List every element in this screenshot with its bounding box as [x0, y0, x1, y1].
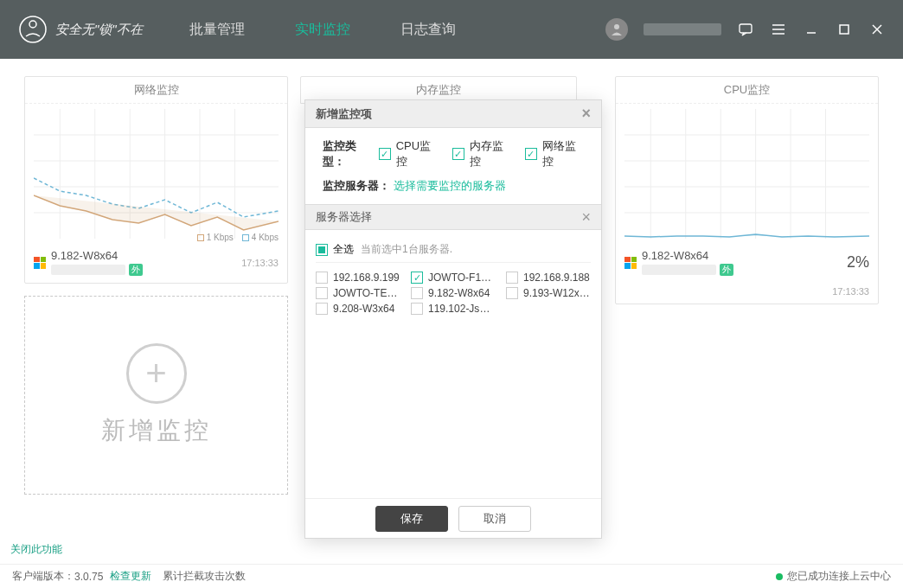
- server-item[interactable]: 119.102-Jspst...: [411, 303, 496, 315]
- server-item[interactable]: JOWTO-TEST9...: [316, 287, 400, 299]
- cancel-button[interactable]: 取消: [458, 506, 531, 532]
- type-label: 监控类型：: [323, 138, 375, 169]
- cloud-status: 您已成功连接上云中心: [787, 569, 891, 584]
- network-host: 9.182-W8x64: [51, 249, 143, 262]
- server-select-header: 服务器选择 ×: [305, 204, 601, 230]
- svg-rect-3: [740, 24, 752, 33]
- save-button[interactable]: 保存: [375, 506, 448, 532]
- server-item[interactable]: JOWTO-F1348...: [411, 272, 496, 284]
- tab-monitor[interactable]: 实时监控: [274, 14, 371, 46]
- chk-memory[interactable]: [452, 148, 464, 160]
- status-dot-icon: [776, 573, 783, 580]
- cpu-panel-title: CPU监控: [616, 77, 878, 104]
- chat-icon[interactable]: [737, 21, 754, 38]
- app-logo-icon: [17, 14, 48, 45]
- ip-blur: [51, 265, 125, 275]
- tab-batch[interactable]: 批量管理: [169, 14, 266, 46]
- server-item[interactable]: 192.168.9.199: [316, 272, 400, 284]
- network-panel-title: 网络监控: [25, 77, 287, 104]
- close-window-icon[interactable]: [868, 21, 886, 38]
- close-feature-link[interactable]: 关闭此功能: [10, 542, 62, 557]
- select-hint: 当前选中1台服务器.: [361, 242, 452, 257]
- logo-area: 安全无"锁"不在: [17, 14, 143, 45]
- add-monitor-modal: 新增监控项 × 监控类型： CPU监控 内存监控 网络监控 监控服务器： 选择需…: [304, 99, 602, 539]
- cpu-time: 17:13:33: [832, 286, 869, 297]
- chk-cpu[interactable]: [379, 148, 391, 160]
- network-chart: 1 Kbps 4 Kbps: [25, 104, 287, 244]
- user-name: [644, 23, 721, 35]
- nav-tabs: 批量管理 实时监控 日志查询: [169, 14, 477, 46]
- title-bar: 安全无"锁"不在 批量管理 实时监控 日志查询: [0, 0, 903, 59]
- select-server-link[interactable]: 选择需要监控的服务器: [394, 178, 506, 194]
- app-slogan: 安全无"锁"不在: [55, 22, 143, 38]
- network-panel: 网络监控 1 Kbps 4 Kbps: [24, 76, 288, 284]
- svg-point-2: [614, 24, 619, 29]
- minimize-icon[interactable]: [803, 21, 820, 38]
- user-avatar-icon[interactable]: [605, 18, 628, 41]
- version-label: 客户端版本：: [12, 569, 74, 584]
- maximize-icon[interactable]: [836, 21, 853, 38]
- server-grid: 192.168.9.199 JOWTO-F1348... 192.168.9.1…: [316, 263, 591, 315]
- tab-logs[interactable]: 日志查询: [380, 14, 477, 46]
- modal-title: 新增监控项: [316, 106, 372, 122]
- cpu-chart: [616, 104, 878, 244]
- chk-network[interactable]: [525, 148, 537, 160]
- cpu-host: 9.182-W8x64: [642, 249, 733, 262]
- ext-badge: 外: [720, 264, 733, 276]
- ext-badge: 外: [129, 264, 143, 276]
- version-value: 3.0.75: [74, 571, 103, 583]
- cpu-value: 2%: [847, 253, 869, 272]
- check-update-link[interactable]: 检查更新: [110, 569, 151, 584]
- network-time: 17:13:33: [241, 258, 279, 268]
- svg-rect-8: [840, 25, 849, 34]
- windows-icon: [624, 257, 637, 269]
- add-monitor-label: 新增监控: [101, 414, 212, 447]
- add-icon: +: [126, 343, 187, 404]
- chk-select-all[interactable]: [316, 244, 328, 256]
- menu-icon[interactable]: [770, 21, 787, 38]
- cpu-panel: CPU监控 9.182-W8x64 外: [615, 76, 879, 304]
- ip-blur: [642, 265, 716, 275]
- modal-close-icon[interactable]: ×: [581, 105, 591, 123]
- server-item[interactable]: 9.193-W12x64: [506, 287, 591, 299]
- server-select-close-icon[interactable]: ×: [581, 208, 591, 227]
- server-item[interactable]: 192.168.9.188: [506, 272, 591, 284]
- svg-point-1: [29, 21, 36, 28]
- server-label: 监控服务器：: [323, 178, 390, 194]
- block-count-label: 累计拦截攻击次数: [163, 569, 246, 584]
- server-item[interactable]: 9.182-W8x64: [411, 287, 496, 299]
- server-select-title: 服务器选择: [316, 209, 372, 225]
- server-item[interactable]: 9.208-W3x64: [316, 303, 400, 315]
- windows-icon: [34, 257, 46, 269]
- modal-header: 新增监控项 ×: [305, 100, 601, 128]
- network-legend: 1 Kbps 4 Kbps: [197, 233, 279, 242]
- add-monitor-panel[interactable]: + 新增监控: [24, 296, 288, 495]
- select-all-label: 全选: [333, 242, 354, 257]
- header-right: [605, 18, 886, 41]
- status-bar: 客户端版本： 3.0.75 检查更新 累计拦截攻击次数 您已成功连接上云中心: [0, 564, 903, 588]
